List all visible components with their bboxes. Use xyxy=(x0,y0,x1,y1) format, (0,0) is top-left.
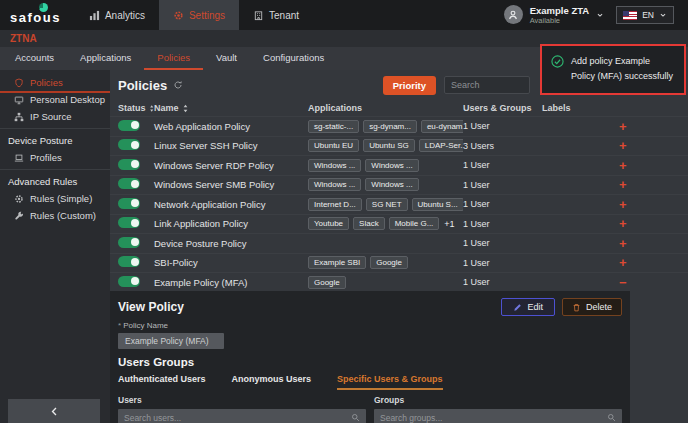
application-tags: Example SBIGoogle xyxy=(308,256,463,269)
expand-row-button[interactable]: − xyxy=(615,276,680,289)
policy-name: Windows Server SMB Policy xyxy=(154,179,308,190)
top-bar: safous AnalyticsSettingsTenant Example Z… xyxy=(0,0,688,30)
tab-applications[interactable]: Applications xyxy=(67,47,144,70)
menu-item-settings[interactable]: Settings xyxy=(159,0,239,30)
application-tag: Ubuntu S... xyxy=(412,198,463,211)
table-row: Windows Server SMB PolicyWindows ...Wind… xyxy=(110,175,688,195)
policy-name: Example Policy (MFA) xyxy=(154,277,308,288)
toggle-knob xyxy=(131,277,139,285)
tab-configurations[interactable]: Configurations xyxy=(250,47,337,70)
status-toggle[interactable] xyxy=(118,178,140,189)
expand-row-button[interactable]: + xyxy=(615,198,680,211)
users-count: 1 User xyxy=(463,219,542,229)
application-tags: Windows ...Windows ... xyxy=(308,178,463,191)
application-tags: Windows ...Windows ... xyxy=(308,159,463,172)
sidebar-item-label: Rules (Custom) xyxy=(30,210,96,221)
table-body: Web Application Policysg-static-...sg-dy… xyxy=(110,116,688,291)
main-content: Policies Priority Status Name Applicatio… xyxy=(110,70,688,423)
expand-row-button[interactable]: + xyxy=(615,178,680,191)
status-toggle[interactable] xyxy=(118,237,140,248)
application-tag: Example SBI xyxy=(308,256,366,269)
toggle-knob xyxy=(131,199,139,207)
view-policy-panel: View Policy Edit Delete *Policy Name xyxy=(110,291,630,423)
expand-row-button[interactable]: + xyxy=(615,139,680,152)
tab-specific-users-groups[interactable]: Specific Users & Groups xyxy=(337,374,443,390)
expand-row-button[interactable]: + xyxy=(615,159,680,172)
sidebar-item-rules-simple[interactable]: Rules (Simple) xyxy=(0,190,110,207)
safous-logo[interactable]: safous xyxy=(0,0,75,30)
application-tag: eu-dynam... xyxy=(421,120,463,133)
sort-icon[interactable] xyxy=(182,104,189,113)
application-tags: Google xyxy=(308,276,463,289)
toggle-knob xyxy=(131,180,139,188)
application-tag: Ubuntu SG xyxy=(363,139,415,152)
table-row: SBI-PolicyExample SBIGoogle1 User+ xyxy=(110,253,688,273)
table-row: Link Application PolicyYoutubeSlackMobil… xyxy=(110,214,688,234)
users-count: 1 User xyxy=(463,258,542,268)
status-toggle[interactable] xyxy=(118,120,140,131)
status-toggle[interactable] xyxy=(118,256,140,267)
expand-row-button[interactable]: + xyxy=(615,256,680,269)
policy-name: Windows Server RDP Policy xyxy=(154,160,308,171)
sidebar-menu: PoliciesPersonal DesktopIP SourceDevice … xyxy=(0,74,110,224)
view-policy-actions: Edit Delete xyxy=(501,298,622,316)
status-toggle[interactable] xyxy=(118,217,140,228)
sidebar-item-policies[interactable]: Policies xyxy=(0,74,110,91)
policy-icon xyxy=(14,78,24,88)
table-row: Linux Server SSH PolicyUbuntu EUUbuntu S… xyxy=(110,136,688,156)
user-menu[interactable]: Example ZTA Available xyxy=(504,5,604,25)
application-tag: Internet D... xyxy=(308,198,362,211)
policy-name: Device Posture Policy xyxy=(154,238,308,249)
search-users-input[interactable] xyxy=(124,413,351,423)
sidebar-item-profiles[interactable]: Profiles xyxy=(0,149,110,166)
status-toggle[interactable] xyxy=(118,276,140,287)
delete-button[interactable]: Delete xyxy=(562,298,622,316)
tab-accounts[interactable]: Accounts xyxy=(2,47,67,70)
sidebar-item-ip-source[interactable]: IP Source xyxy=(0,108,110,125)
sidebar-item-rules-custom[interactable]: Rules (Custom) xyxy=(0,207,110,224)
policy-name: Network Application Policy xyxy=(154,199,308,210)
table-row: Web Application Policysg-static-...sg-dy… xyxy=(110,116,688,136)
monitor-icon xyxy=(14,95,24,105)
application-tag: sg-static-... xyxy=(308,120,359,133)
search-icon xyxy=(351,413,360,422)
sidebar-item-label: IP Source xyxy=(30,111,72,122)
status-toggle[interactable] xyxy=(118,139,140,150)
column-header-name[interactable]: Name xyxy=(154,103,308,113)
language-selector[interactable]: EN xyxy=(616,6,674,24)
chevron-down-icon xyxy=(596,11,604,19)
sidebar-item-label: Rules (Simple) xyxy=(30,193,92,204)
expand-row-button[interactable]: + xyxy=(615,217,680,230)
sidebar-collapse-button[interactable] xyxy=(8,399,100,423)
status-toggle[interactable] xyxy=(118,159,140,170)
page-body: PoliciesPersonal DesktopIP SourceDevice … xyxy=(0,70,688,423)
tab-policies[interactable]: Policies xyxy=(144,47,203,70)
tab-anonymous-users[interactable]: Anonymous Users xyxy=(232,374,312,390)
sidebar-item-personal-desktop[interactable]: Personal Desktop xyxy=(0,91,110,108)
search-groups-input[interactable] xyxy=(380,413,607,423)
edit-button[interactable]: Edit xyxy=(501,298,555,316)
menu-item-tenant[interactable]: Tenant xyxy=(239,0,313,30)
application-tag: Ubuntu EU xyxy=(308,139,359,152)
refresh-icon[interactable] xyxy=(173,80,183,90)
column-header-status[interactable]: Status xyxy=(118,103,154,113)
users-count: 1 User xyxy=(463,277,542,287)
users-groups-title: Users Groups xyxy=(118,356,622,368)
expand-row-button[interactable]: + xyxy=(615,120,680,133)
priority-button[interactable]: Priority xyxy=(383,76,436,95)
wrench-icon xyxy=(14,211,24,221)
expand-row-button[interactable]: + xyxy=(615,237,680,250)
search-input[interactable] xyxy=(444,76,530,94)
users-column-label: Users xyxy=(118,395,366,405)
chevron-left-icon xyxy=(49,406,60,417)
tab-vault[interactable]: Vault xyxy=(203,47,250,70)
network-icon xyxy=(14,112,24,122)
status-toggle[interactable] xyxy=(118,198,140,209)
menu-item-label: Analytics xyxy=(105,10,145,21)
policy-name-value: Example Policy (MFA) xyxy=(118,333,224,349)
tab-authenticated-users[interactable]: Authenticated Users xyxy=(118,374,206,390)
menu-item-label: Settings xyxy=(189,10,225,21)
menu-item-analytics[interactable]: Analytics xyxy=(75,0,159,30)
more-applications-count: +1 xyxy=(444,219,454,229)
sidebar-item-label: Personal Desktop xyxy=(30,94,105,105)
